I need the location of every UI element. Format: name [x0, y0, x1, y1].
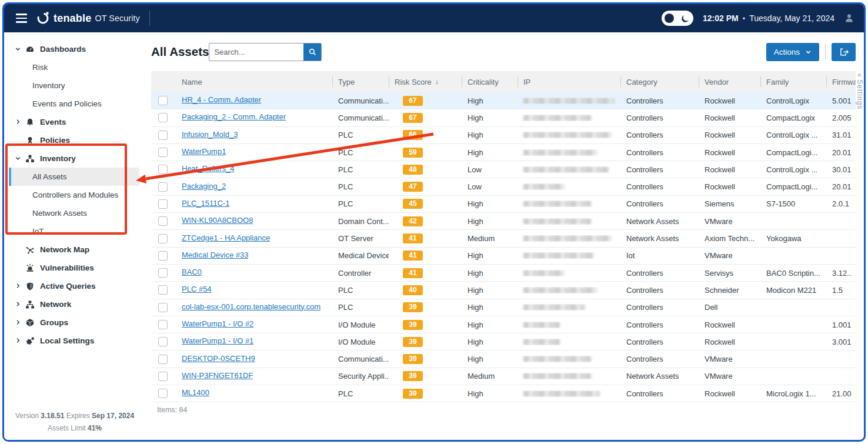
asset-name-link[interactable]: ML1400: [182, 388, 209, 397]
row-checkbox[interactable]: [158, 234, 168, 243]
row-checkbox[interactable]: [158, 216, 168, 226]
row-checkbox[interactable]: [158, 131, 168, 140]
asset-name-link[interactable]: WaterPump1: [182, 147, 226, 156]
row-checkbox[interactable]: [158, 199, 168, 209]
asset-name-link[interactable]: Medical Device #33: [182, 251, 248, 259]
table-row[interactable]: ML1400PLC39HighControllersRockwellMicroL…: [151, 385, 856, 402]
table-row[interactable]: Heat_Rollers_4PLC48LowControllersRockwel…: [151, 161, 856, 178]
chevron-down-icon[interactable]: [15, 46, 21, 52]
table-row[interactable]: WaterPump1PLC59HighControllersRockwellCo…: [151, 144, 856, 161]
column-header-category[interactable]: Category: [620, 71, 699, 92]
asset-type: Communicati...: [338, 355, 389, 363]
column-header-firmware[interactable]: Firmware: [826, 71, 856, 92]
sidebar-item-label: Network Assets: [32, 209, 87, 218]
row-checkbox[interactable]: [158, 268, 168, 278]
table-row[interactable]: PLC_1511C-1PLC45HighControllersSiemensS7…: [151, 196, 856, 213]
asset-name-link[interactable]: Packaging_2 - Comm. Adapter: [182, 112, 286, 121]
sidebar-item-all-assets[interactable]: All Assets: [9, 168, 139, 186]
row-checkbox[interactable]: [158, 355, 168, 364]
table-row[interactable]: Packaging_2PLC47LowControllersRockwellCo…: [151, 178, 856, 195]
sidebar-item-controllers-and-modules[interactable]: Controllers and Modules: [4, 186, 145, 204]
export-button[interactable]: [832, 43, 856, 61]
sidebar-item-risk[interactable]: Risk: [4, 58, 145, 76]
sidebar-item-inventory[interactable]: Inventory: [4, 76, 145, 95]
column-header-select[interactable]: [151, 71, 176, 92]
column-header-family[interactable]: Family: [760, 71, 826, 92]
table-row[interactable]: PLC #54PLC40HighControllersSchneiderModi…: [151, 282, 856, 299]
sidebar-item-iot[interactable]: IoT: [4, 222, 145, 241]
column-header-risk-score[interactable]: Risk Score↓: [389, 71, 462, 92]
asset-type: PLC: [338, 165, 353, 174]
row-checkbox[interactable]: [158, 303, 168, 312]
sidebar-item-events-and-policies[interactable]: Events and Policies: [4, 95, 145, 113]
sidebar-item-network[interactable]: Network: [4, 295, 145, 313]
row-checkbox[interactable]: [158, 372, 168, 381]
row-checkbox[interactable]: [158, 96, 168, 105]
sidebar-item-events[interactable]: Events: [4, 113, 145, 131]
row-checkbox[interactable]: [158, 251, 168, 261]
column-header-criticality[interactable]: Criticality: [462, 71, 518, 92]
table-row[interactable]: ZTCedge1 - HA ApplianceOT Server41Medium…: [151, 230, 856, 247]
menu-icon[interactable]: [16, 14, 27, 22]
row-checkbox[interactable]: [158, 148, 168, 157]
table-row[interactable]: Medical Device #33Medical Device41HighIo…: [151, 248, 856, 265]
table-row[interactable]: col-lab-esx-001.corp.tenablesecurity.com…: [151, 299, 856, 316]
asset-name-link[interactable]: DESKTOP-0SCETH9: [182, 354, 255, 363]
sidebar-item-network-map[interactable]: Network Map: [4, 241, 145, 259]
table-row[interactable]: WIN-P3FNGET61DFSecurity Appli...39Medium…: [151, 368, 856, 385]
row-checkbox[interactable]: [158, 389, 168, 398]
chevron-right-icon[interactable]: [15, 283, 21, 289]
table-row[interactable]: WaterPump1 - I/O #2I/O Module39HighContr…: [151, 316, 856, 333]
column-header-ip[interactable]: IP: [518, 71, 620, 92]
asset-name-link[interactable]: PLC_1511C-1: [182, 199, 229, 208]
asset-name-link[interactable]: HR_4 - Comm. Adapter: [182, 95, 261, 104]
chevron-right-icon[interactable]: [15, 301, 21, 308]
table-row[interactable]: WIN-KL90A8CBOO8Domain Cont...42HighNetwo…: [151, 213, 856, 230]
asset-name-link[interactable]: PLC #54: [182, 285, 212, 293]
sidebar-item-policies[interactable]: Policies: [4, 131, 145, 149]
asset-name-link[interactable]: Packaging_2: [182, 182, 226, 191]
theme-toggle[interactable]: [662, 11, 693, 26]
asset-name-link[interactable]: Infusion_Mold_3: [182, 130, 238, 139]
sidebar-item-network-assets[interactable]: Network Assets: [4, 204, 145, 222]
row-checkbox[interactable]: [158, 337, 168, 346]
asset-name-link[interactable]: Heat_Rollers_4: [182, 164, 235, 173]
sidebar-item-groups[interactable]: Groups: [4, 313, 145, 332]
asset-name-link[interactable]: ZTCedge1 - HA Appliance: [182, 233, 270, 242]
search-input[interactable]: [209, 44, 303, 61]
chevron-right-icon[interactable]: [15, 319, 21, 326]
row-checkbox[interactable]: [158, 320, 168, 329]
sidebar-item-local-settings[interactable]: Local Settings: [4, 332, 145, 350]
table-row[interactable]: BAC0Controller41HighControllersServisysB…: [151, 265, 856, 282]
chevron-down-icon[interactable]: [15, 155, 21, 162]
table-row[interactable]: Packaging_2 - Comm. AdapterCommunicati..…: [151, 109, 856, 126]
asset-name-link[interactable]: col-lab-esx-001.corp.tenablesecurity.com: [182, 302, 321, 311]
row-checkbox[interactable]: [158, 165, 168, 174]
sidebar-item-vulnerabilities[interactable]: Vulnerabilities: [4, 259, 145, 277]
asset-name-link[interactable]: WaterPump1 - I/O #2: [182, 319, 253, 328]
column-header-type[interactable]: Type: [332, 71, 389, 92]
settings-panel-tab[interactable]: « Settings: [856, 71, 863, 110]
sidebar-item-active-queries[interactable]: Active Queries: [4, 277, 145, 295]
chevron-right-icon[interactable]: [15, 338, 21, 344]
sidebar-item-inventory[interactable]: Inventory: [4, 149, 145, 168]
row-checkbox[interactable]: [158, 182, 168, 192]
table-row[interactable]: HR_4 - Comm. AdapterCommunicati...67High…: [151, 92, 856, 109]
asset-name-link[interactable]: WIN-P3FNGET61DF: [182, 371, 253, 380]
table-row[interactable]: WaterPump1 - I/O #1I/O Module39HighContr…: [151, 333, 856, 350]
actions-button[interactable]: Actions: [766, 43, 819, 61]
asset-name-link[interactable]: WaterPump1 - I/O #1: [182, 336, 253, 345]
user-icon[interactable]: [844, 13, 854, 24]
chevron-right-icon[interactable]: [15, 119, 21, 125]
row-checkbox[interactable]: [158, 113, 168, 122]
sidebar-item-dashboards[interactable]: Dashboards: [4, 40, 145, 58]
asset-name-link[interactable]: BAC0: [182, 268, 202, 276]
table-row[interactable]: DESKTOP-0SCETH9Communicati...39HighContr…: [151, 350, 856, 368]
column-header-name[interactable]: Name: [176, 71, 332, 92]
row-checkbox[interactable]: [158, 285, 168, 295]
table-row[interactable]: Infusion_Mold_3PLC66HighControllersRockw…: [151, 127, 856, 144]
sort-desc-icon[interactable]: ↓: [435, 78, 439, 86]
search-button[interactable]: [303, 44, 321, 61]
asset-name-link[interactable]: WIN-KL90A8CBOO8: [182, 216, 253, 225]
column-header-vendor[interactable]: Vendor: [699, 71, 760, 92]
